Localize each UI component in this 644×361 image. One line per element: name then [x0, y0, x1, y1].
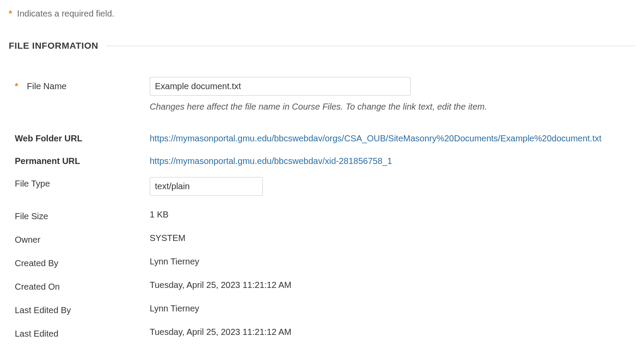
required-field-hint-text: Indicates a required field. — [15, 9, 114, 18]
last-edited-value: Tuesday, April 25, 2023 11:21:12 AM — [150, 327, 292, 337]
field-web-folder-url: Web Folder URL https://mymasonportal.gmu… — [9, 132, 635, 145]
permanent-url-label: Permanent URL — [15, 156, 80, 166]
file-name-helper: Changes here affect the file name in Cou… — [150, 102, 635, 112]
required-field-hint: * Indicates a required field. — [9, 9, 635, 19]
created-by-value: Lynn Tierney — [150, 257, 199, 266]
field-file-size: File Size 1 KB — [9, 210, 635, 223]
web-folder-url-label: Web Folder URL — [15, 134, 82, 144]
asterisk-icon: * — [15, 81, 18, 91]
section-divider — [106, 46, 635, 46]
last-edited-by-label: Last Edited By — [15, 305, 71, 315]
created-on-label: Created On — [15, 282, 60, 292]
field-file-type: File Type — [9, 177, 635, 196]
last-edited-label: Last Edited — [15, 329, 58, 339]
file-type-label: File Type — [15, 179, 50, 189]
field-file-name: * File Name Changes here affect the file… — [9, 77, 635, 112]
field-created-on: Created On Tuesday, April 25, 2023 11:21… — [9, 280, 635, 293]
field-owner: Owner SYSTEM — [9, 233, 635, 246]
section-header-row: FILE INFORMATION — [9, 40, 635, 51]
file-name-label: File Name — [27, 81, 67, 91]
field-created-by: Created By Lynn Tierney — [9, 257, 635, 270]
owner-value: SYSTEM — [150, 233, 185, 243]
file-size-value: 1 KB — [150, 210, 168, 219]
web-folder-url-link[interactable]: https://mymasonportal.gmu.edu/bbcswebdav… — [150, 134, 601, 143]
field-last-edited-by: Last Edited By Lynn Tierney — [9, 304, 635, 317]
file-name-input[interactable] — [150, 77, 411, 96]
file-size-label: File Size — [15, 211, 48, 221]
permanent-url-link[interactable]: https://mymasonportal.gmu.edu/bbcswebdav… — [150, 156, 392, 166]
asterisk-icon: * — [9, 9, 12, 18]
owner-label: Owner — [15, 235, 40, 245]
created-on-value: Tuesday, April 25, 2023 11:21:12 AM — [150, 280, 292, 290]
section-title: FILE INFORMATION — [9, 40, 98, 51]
last-edited-by-value: Lynn Tierney — [150, 304, 199, 313]
field-permanent-url: Permanent URL https://mymasonportal.gmu.… — [9, 154, 635, 167]
created-by-label: Created By — [15, 258, 58, 268]
file-type-input[interactable] — [150, 177, 263, 196]
field-last-edited: Last Edited Tuesday, April 25, 2023 11:2… — [9, 327, 635, 340]
